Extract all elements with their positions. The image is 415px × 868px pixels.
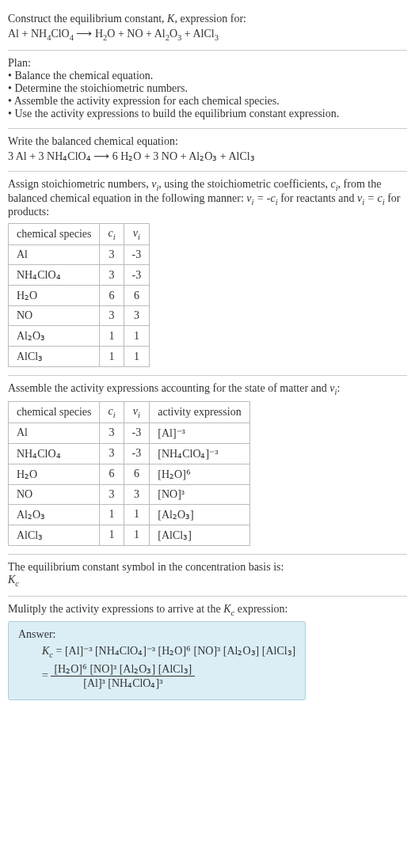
cell: 3	[100, 423, 124, 443]
col-nui: νi	[124, 224, 150, 245]
cell: NO	[9, 306, 100, 326]
cell: 3	[100, 443, 124, 464]
cell: [NO]³	[150, 484, 249, 504]
kc-symbol-line: The equilibrium constant symbol in the c…	[8, 561, 407, 574]
col-species: chemical species	[9, 224, 100, 245]
plan-bullet: • Use the activity expressions to build …	[8, 108, 407, 120]
col-ci: ci	[100, 224, 124, 245]
cell: 1	[100, 525, 124, 545]
cell: -3	[124, 265, 150, 286]
balanced-title: Write the balanced chemical equation:	[8, 135, 407, 148]
cell: 3	[100, 306, 124, 326]
cell: -3	[124, 423, 150, 443]
nu-i: νi	[151, 178, 158, 190]
t: , using the stoichiometric coefficients,	[158, 178, 330, 190]
answer-box: Answer: Kc = [Al]⁻³ [NH₄ClO₄]⁻³ [H₂O]⁶ […	[8, 621, 306, 700]
cell: 6	[100, 286, 124, 306]
table-row: AlCl₃11	[9, 347, 150, 367]
table-header-row: chemical species ci νi	[9, 224, 150, 245]
table-header-row: chemical species ci νi activity expressi…	[9, 401, 250, 423]
cell: 3	[124, 484, 150, 504]
cell: 1	[124, 504, 150, 525]
cell: [Al₂O₃]	[150, 504, 249, 525]
table-row: Al₂O₃11[Al₂O₃]	[9, 504, 250, 525]
activity-table: chemical species ci νi activity expressi…	[8, 401, 250, 546]
col-ci: ci	[100, 401, 124, 423]
t: O	[169, 28, 177, 40]
cell: 3	[100, 245, 124, 265]
problem-statement: Construct the equilibrium constant, K, e…	[8, 6, 407, 51]
balanced-equation: 3 Al + 3 NH₄ClO₄ ⟶ 6 H₂O + 3 NO + Al₂O₃ …	[8, 150, 407, 163]
cell: AlCl₃	[9, 347, 100, 367]
stoich-section: Assign stoichiometric numbers, νi, using…	[8, 172, 407, 376]
numerator: [H₂O]⁶ [NO]³ [Al₂O₃] [AlCl₃]	[51, 662, 195, 676]
t: expression:	[234, 603, 287, 615]
cell: H₂O	[9, 286, 100, 306]
table-row: NO33[NO]³	[9, 484, 250, 504]
cell: 6	[100, 464, 124, 484]
text: , expression for:	[174, 13, 246, 25]
eq-react: νi = -ci	[246, 192, 277, 204]
eq-prod: νi = ci	[357, 192, 385, 204]
plan-bullet: • Assemble the activity expression for e…	[8, 95, 407, 108]
cell: [H₂O]⁶	[150, 464, 249, 484]
answer-label: Answer:	[18, 628, 295, 641]
t: H	[95, 28, 103, 40]
cell: 1	[124, 525, 150, 545]
cell: H₂O	[9, 464, 100, 484]
cell: 1	[124, 326, 150, 347]
arrow: ⟶	[74, 28, 95, 40]
cell: 3	[100, 484, 124, 504]
cell: AlCl₃	[9, 525, 100, 545]
t: Assemble the activity expressions accoun…	[8, 382, 329, 394]
kc: Kc	[223, 603, 234, 615]
plan-title: Plan:	[8, 57, 407, 70]
flat-expression: = [Al]⁻³ [NH₄ClO₄]⁻³ [H₂O]⁶ [NO]³ [Al₂O₃…	[53, 645, 295, 657]
t: :	[337, 382, 340, 394]
fraction: [H₂O]⁶ [NO]³ [Al₂O₃] [AlCl₃] [Al]³ [NH₄C…	[51, 662, 195, 690]
col-species: chemical species	[9, 401, 100, 423]
K-symbol: K	[167, 13, 174, 25]
cell: NO	[9, 484, 100, 504]
cell: [AlCl₃]	[150, 525, 249, 545]
cell: NH₄ClO₄	[9, 443, 100, 464]
t: Assign stoichiometric numbers,	[8, 178, 151, 190]
table-row: Al₂O₃11	[9, 326, 150, 347]
plan-bullet: • Determine the stoichiometric numbers.	[8, 82, 407, 95]
cell: 3	[100, 265, 124, 286]
construct-line: Construct the equilibrium constant, K, e…	[8, 13, 407, 25]
activity-title: Assemble the activity expressions accoun…	[8, 382, 407, 396]
t: for reactants and	[278, 192, 357, 204]
table-row: Al3-3[Al]⁻³	[9, 423, 250, 443]
cell: 1	[100, 326, 124, 347]
kc: Kc	[42, 645, 53, 657]
plan-bullet: • Balance the chemical equation.	[8, 70, 407, 82]
table-row: Al3-3	[9, 245, 150, 265]
cell: [NH₄ClO₄]⁻³	[150, 443, 249, 464]
cell: 6	[124, 464, 150, 484]
kc-symbol-section: The equilibrium constant symbol in the c…	[8, 555, 407, 597]
cell: Al	[9, 245, 100, 265]
final-section: Mulitply the activity expressions to arr…	[8, 597, 407, 709]
final-intro: Mulitply the activity expressions to arr…	[8, 603, 407, 617]
cell: 1	[124, 347, 150, 367]
table-row: NH₄ClO₄3-3[NH₄ClO₄]⁻³	[9, 443, 250, 464]
kc-symbol: Kc	[8, 574, 407, 588]
text: Construct the equilibrium constant,	[8, 13, 167, 25]
cell: 3	[124, 306, 150, 326]
answer-flat-line: Kc = [Al]⁻³ [NH₄ClO₄]⁻³ [H₂O]⁶ [NO]³ [Al…	[18, 644, 295, 659]
activity-section: Assemble the activity expressions accoun…	[8, 376, 407, 555]
t: O + NO + Al	[107, 28, 165, 40]
t: ClO	[51, 28, 69, 40]
cell: -3	[124, 245, 150, 265]
stoich-table: chemical species ci νi Al3-3 NH₄ClO₄3-3 …	[8, 223, 150, 367]
plan: Plan: • Balance the chemical equation. •…	[8, 51, 407, 129]
cell: 6	[124, 286, 150, 306]
c-i: ci	[330, 178, 337, 190]
col-activity: activity expression	[150, 401, 249, 423]
t: Mulitply the activity expressions to arr…	[8, 603, 223, 615]
cell: -3	[124, 443, 150, 464]
cell: Al₂O₃	[9, 504, 100, 525]
table-row: H₂O66[H₂O]⁶	[9, 464, 250, 484]
balanced-equation-section: Write the balanced chemical equation: 3 …	[8, 129, 407, 172]
